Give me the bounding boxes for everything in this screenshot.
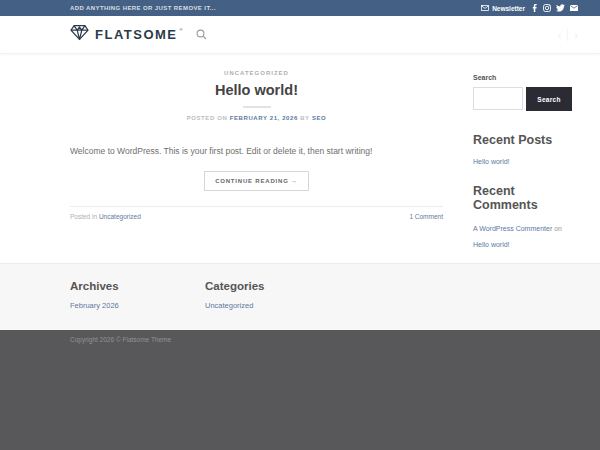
recent-posts-widget: Recent Posts Hello world! — [473, 133, 578, 168]
recent-comment-item: A WordPress Commenter on Hello world! — [473, 221, 578, 253]
category-footer-link[interactable]: Uncategorized — [205, 301, 253, 310]
recent-comments-title: Recent Comments — [473, 184, 578, 212]
post-article: UNCATEGORIZED Hello world! POSTED ON FEB… — [70, 70, 443, 263]
recent-posts-title: Recent Posts — [473, 133, 578, 147]
topbar-right: Newsletter — [481, 4, 578, 12]
footer-widgets: Archives February 2026 Categories Uncate… — [0, 263, 600, 330]
main-content: UNCATEGORIZED Hello world! POSTED ON FEB… — [0, 54, 600, 263]
sidebar: Search Search Recent Posts Hello world! … — [473, 70, 578, 263]
post-date-link[interactable]: FEBRUARY 21, 2026 — [230, 115, 298, 121]
prev-arrow-icon[interactable]: ‹ — [558, 29, 562, 41]
search-input[interactable] — [473, 87, 523, 110]
archives-widget: Archives February 2026 — [70, 280, 205, 330]
search-icon[interactable] — [196, 26, 207, 44]
envelope-icon — [481, 5, 489, 12]
comment-author-link[interactable]: A WordPress Commenter — [473, 225, 552, 232]
comment-post-link[interactable]: Hello world! — [473, 241, 510, 248]
recent-comments-widget: Recent Comments A WordPress Commenter on… — [473, 184, 578, 253]
post-meta: POSTED ON FEBRUARY 21, 2026 BY SEO — [70, 115, 443, 121]
post-excerpt: Welcome to WordPress. This is your first… — [70, 145, 443, 158]
registered-mark: ® — [180, 27, 183, 32]
email-icon[interactable] — [570, 5, 578, 11]
site-logo[interactable]: FLATSOME ® — [70, 24, 186, 45]
comments-link[interactable]: 1 Comment — [409, 213, 443, 220]
absolute-footer: Copyright 2026 © Flatsome Theme — [0, 330, 600, 450]
categories-widget: Categories Uncategorized — [205, 280, 340, 330]
post-category-footer-link[interactable]: Uncategorized — [99, 213, 141, 220]
search-button[interactable]: Search — [526, 87, 572, 111]
search-widget-title: Search — [473, 74, 578, 81]
archives-title: Archives — [70, 280, 205, 292]
site-header: FLATSOME ® ‹ › — [0, 16, 600, 54]
post-category-link[interactable]: UNCATEGORIZED — [70, 70, 443, 76]
meta-by: BY — [300, 115, 309, 121]
newsletter-link[interactable]: Newsletter — [481, 5, 525, 12]
top-bar: ADD ANYTHING HERE OR JUST REMOVE IT... N… — [0, 0, 600, 16]
meta-posted-on: POSTED ON — [187, 115, 228, 121]
comment-connector: on — [554, 225, 562, 232]
copyright-text: Copyright 2026 © Flatsome Theme — [70, 336, 171, 343]
topbar-message: ADD ANYTHING HERE OR JUST REMOVE IT... — [70, 5, 216, 11]
posted-in-label: Posted in — [70, 213, 97, 220]
nav-divider — [567, 29, 568, 41]
post-author-link[interactable]: SEO — [312, 115, 326, 121]
post-footer-meta: Posted in Uncategorized 1 Comment — [70, 206, 443, 220]
instagram-icon[interactable] — [543, 4, 551, 12]
recent-post-link[interactable]: Hello world! — [473, 156, 510, 167]
flatsome-gem-icon — [70, 24, 89, 45]
post-title[interactable]: Hello world! — [70, 82, 443, 98]
next-arrow-icon[interactable]: › — [574, 29, 578, 41]
twitter-icon[interactable] — [556, 4, 565, 12]
facebook-icon[interactable] — [532, 4, 538, 12]
continue-reading-button[interactable]: CONTINUE READING → — [204, 171, 309, 191]
title-divider — [243, 106, 271, 108]
archive-link[interactable]: February 2026 — [70, 301, 119, 310]
logo-text: FLATSOME — [95, 27, 178, 42]
page: ADD ANYTHING HERE OR JUST REMOVE IT... N… — [0, 0, 600, 450]
header-nav-arrows: ‹ › — [558, 29, 578, 41]
social-icons — [532, 4, 578, 12]
newsletter-label: Newsletter — [492, 5, 525, 12]
categories-title: Categories — [205, 280, 340, 292]
